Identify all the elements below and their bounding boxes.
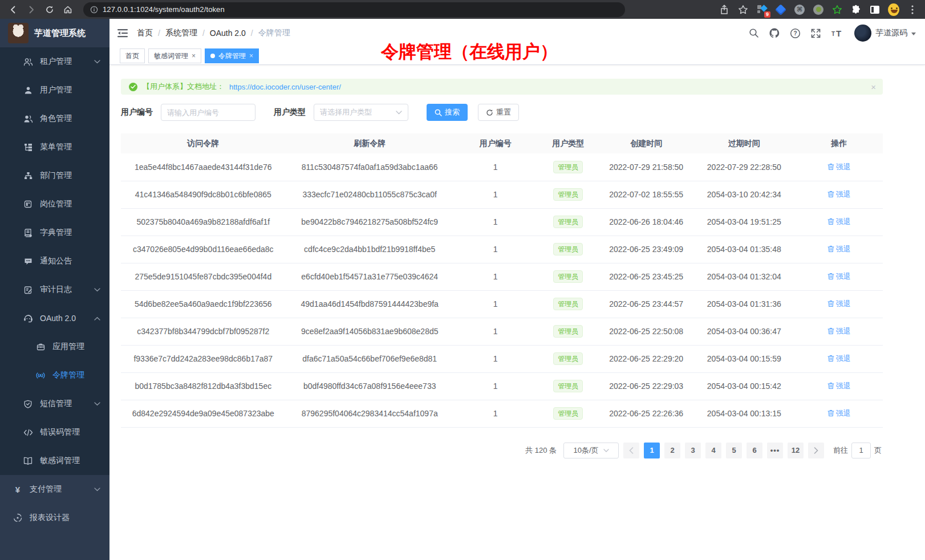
cell: 1 <box>454 290 537 318</box>
tab-首页[interactable]: 首页 <box>120 48 145 63</box>
sidebar-item-角色管理[interactable]: 角色管理 <box>0 104 109 133</box>
success-check-icon <box>129 83 137 91</box>
tab-令牌管理[interactable]: 令牌管理× <box>205 48 259 63</box>
sidebar-item-敏感词管理[interactable]: 敏感词管理 <box>0 447 109 475</box>
sidebar-item-用户管理[interactable]: 用户管理 <box>0 76 109 104</box>
tab-敏感词管理[interactable]: 敏感词管理× <box>148 48 201 63</box>
page-size-select[interactable]: 10条/页 <box>563 443 619 458</box>
goto-page-input[interactable] <box>851 443 871 458</box>
sidebar-item-报表设计器[interactable]: 报表设计器 <box>0 504 109 532</box>
notice-icon <box>23 257 33 265</box>
sidebar-item-字典管理[interactable]: 字典管理 <box>0 218 109 247</box>
breadcrumb-item[interactable]: 首页 <box>137 28 153 38</box>
user-type-select[interactable]: 请选择用户类型 <box>314 104 408 121</box>
sidebar-item-部门管理[interactable]: 部门管理 <box>0 161 109 190</box>
browser-back-icon[interactable] <box>6 2 21 17</box>
breadcrumb-item[interactable]: OAuth 2.0 <box>210 29 246 38</box>
ext-devtools-icon[interactable]: 9 <box>756 4 768 15</box>
doc-link[interactable]: https://doc.iocoder.cn/user-center/ <box>229 83 341 91</box>
sidebar-item-OAuth 2.0[interactable]: OAuth 2.0 <box>0 304 109 332</box>
cell: 333ecfc71e02480cb11055c875c3ca0f <box>286 181 454 208</box>
sidebar-item-令牌管理[interactable]: A令牌管理 <box>0 361 109 389</box>
sidebar-item-label: 令牌管理 <box>52 370 84 380</box>
force-logout-button[interactable]: 强退 <box>827 299 851 309</box>
page-button-5[interactable]: 5 <box>726 443 742 458</box>
prev-page-button[interactable] <box>623 443 639 458</box>
site-info-icon[interactable] <box>90 6 98 14</box>
breadcrumb-separator: / <box>202 29 205 38</box>
browser-profile-avatar[interactable] <box>888 4 899 15</box>
screen: 127.0.0.1:1024/system/oauth2/token 9 ⌘ <box>0 0 925 560</box>
user-id-field[interactable] <box>161 104 255 121</box>
force-logout-button[interactable]: 强退 <box>827 381 851 391</box>
share-icon[interactable] <box>719 4 730 15</box>
breadcrumb-item[interactable]: 系统管理 <box>165 28 197 38</box>
more-pages-button[interactable]: ••• <box>767 443 783 458</box>
bookmark-star-icon[interactable] <box>737 4 749 15</box>
cell: 2022-06-25 22:29:03 <box>599 372 693 400</box>
browser-forward-icon[interactable] <box>24 2 39 17</box>
search-icon[interactable] <box>749 28 759 38</box>
search-button[interactable]: 搜索 <box>427 104 468 121</box>
force-logout-button[interactable]: 强退 <box>827 354 851 364</box>
ext-record-icon[interactable] <box>813 4 824 15</box>
address-bar[interactable]: 127.0.0.1:1024/system/oauth2/token <box>83 2 625 17</box>
cell: 1 <box>454 345 537 372</box>
force-logout-button[interactable]: 强退 <box>827 217 851 227</box>
role-icon <box>23 115 33 123</box>
close-icon[interactable]: × <box>249 52 253 59</box>
column-header: 用户编号 <box>454 133 537 153</box>
page-button-1[interactable]: 1 <box>644 443 660 458</box>
svg-text:¥: ¥ <box>15 485 21 494</box>
user-type-badge: 管理员 <box>553 270 583 283</box>
page-button-3[interactable]: 3 <box>685 443 701 458</box>
browser-home-icon[interactable] <box>60 2 75 17</box>
github-icon[interactable] <box>769 27 780 39</box>
error-code-icon <box>23 429 33 436</box>
ext-gem-icon[interactable] <box>775 4 786 15</box>
cell: 2022-06-25 23:49:09 <box>599 236 693 263</box>
page-button-12[interactable]: 12 <box>788 443 804 458</box>
browser-reload-icon[interactable] <box>42 2 57 17</box>
doc-alert: 【用户体系】文档地址： https://doc.iocoder.cn/user-… <box>121 79 883 95</box>
font-size-icon[interactable]: TT <box>831 28 845 38</box>
browser-menu-dots-icon[interactable] <box>907 4 918 15</box>
sidebar-logo[interactable]: 芋道管理系统 <box>0 19 109 47</box>
force-logout-button[interactable]: 强退 <box>827 408 851 419</box>
force-logout-button[interactable]: 强退 <box>827 326 851 336</box>
collapse-sidebar-icon[interactable] <box>117 29 128 38</box>
alert-close-icon[interactable]: × <box>871 82 876 92</box>
force-logout-button[interactable]: 强退 <box>827 244 851 254</box>
sidebar-item-短信管理[interactable]: 短信管理 <box>0 389 109 418</box>
sidebar-item-应用管理[interactable]: 应用管理 <box>0 332 109 361</box>
user-type-badge: 管理员 <box>553 325 583 338</box>
page-button-4[interactable]: 4 <box>705 443 721 458</box>
close-icon[interactable]: × <box>192 52 196 59</box>
sidebar-item-错误码管理[interactable]: 错误码管理 <box>0 418 109 447</box>
page-button-2[interactable]: 2 <box>664 443 680 458</box>
extensions-puzzle-icon[interactable] <box>850 4 862 15</box>
force-logout-button[interactable]: 强退 <box>827 271 851 282</box>
reset-button[interactable]: 重置 <box>478 104 519 121</box>
side-panel-icon[interactable] <box>869 4 881 15</box>
sidebar-item-支付管理[interactable]: ¥支付管理 <box>0 475 109 504</box>
fullscreen-icon[interactable] <box>810 28 821 39</box>
sidebar-item-租户管理[interactable]: 租户管理 <box>0 47 109 76</box>
next-page-button[interactable] <box>808 443 824 458</box>
ext-green-star-icon[interactable] <box>831 4 843 15</box>
users-icon <box>23 58 33 66</box>
user-id-input[interactable] <box>167 108 249 117</box>
force-logout-button[interactable]: 强退 <box>827 162 851 172</box>
page-button-6[interactable]: 6 <box>747 443 762 458</box>
force-logout-button[interactable]: 强退 <box>827 189 851 200</box>
sidebar-item-审计日志[interactable]: 审计日志 <box>0 275 109 304</box>
sidebar-item-岗位管理[interactable]: 岗位管理 <box>0 190 109 218</box>
cell: c342377bf8b344799dcbf7bf095287f2 <box>121 318 286 345</box>
sidebar-item-通知公告[interactable]: 通知公告 <box>0 247 109 275</box>
help-icon[interactable]: ? <box>790 28 801 39</box>
ext-command-icon[interactable]: ⌘ <box>794 4 805 15</box>
table-row: 1ea5e44f8bc1467aaede43144f31de76811c5304… <box>121 153 883 181</box>
user-menu[interactable]: 芋道源码 <box>854 25 916 42</box>
cell: 49d1aa46d1454fbd87591444423be9fa <box>286 290 454 318</box>
sidebar-item-菜单管理[interactable]: 菜单管理 <box>0 133 109 161</box>
